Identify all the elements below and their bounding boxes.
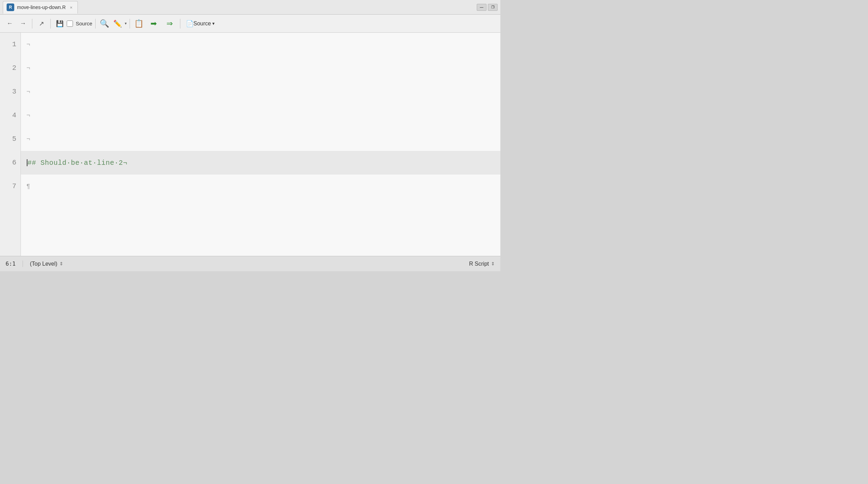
code-line-6: ## Should·be·at·line·2¬ (21, 151, 500, 175)
r-file-icon: R (7, 3, 14, 11)
wand-icon: ✏️ (113, 19, 122, 28)
wand-dropdown-arrow[interactable]: ▾ (125, 21, 127, 26)
save-button[interactable]: 💾 (54, 17, 66, 30)
scope-label: (Top Level) (30, 261, 57, 267)
file-tab[interactable]: R move-lines-up-down.R × (3, 1, 78, 14)
external-link-icon: ↗ (39, 20, 44, 27)
line-6-content: ## Should·be·at·line·2¬ (27, 159, 128, 167)
line-number-6: 6 (0, 151, 21, 175)
code-editor[interactable]: ¬ ¬ ¬ ¬ ¬ ## Should·be·at·line·2¬ ¶ (21, 33, 500, 256)
tab-filename: move-lines-up-down.R (17, 5, 66, 10)
line-5-content: ¬ (26, 136, 30, 143)
code-line-2: ¬ (21, 56, 500, 80)
line-4-content: ¬ (26, 112, 30, 119)
scope-arrow-icon: ⇕ (59, 261, 63, 266)
forward-button[interactable]: → (17, 17, 29, 30)
line-7-content: ¶ (26, 183, 30, 190)
tab-bar-left: R move-lines-up-down.R × (3, 1, 78, 14)
cursor-position: 6:1 (6, 260, 23, 267)
filetype-arrow-icon: ⇕ (491, 261, 495, 266)
line-3-content: ¬ (26, 88, 30, 95)
run-button[interactable]: ➡ (146, 17, 161, 30)
sep-1 (32, 19, 32, 29)
line-numbers-gutter: 1 2 3 4 5 6 7 (0, 33, 21, 256)
tab-bar-right: — ❐ (477, 4, 498, 11)
source-file-icon: 📄 (186, 20, 194, 27)
source-checkbox-text: Source (76, 21, 92, 26)
forward-icon: → (20, 20, 26, 27)
external-link-button[interactable]: ↗ (35, 17, 48, 30)
code-line-4: ¬ (21, 104, 500, 127)
back-icon: ← (7, 20, 13, 27)
line-number-4: 4 (0, 104, 21, 127)
line-number-3: 3 (0, 80, 21, 104)
search-button[interactable]: 🔍 (98, 17, 111, 30)
run-all-button[interactable]: ⇒ (162, 17, 177, 30)
line-number-7: 7 (0, 175, 21, 198)
filetype-selector[interactable]: R Script ⇕ (469, 261, 495, 267)
line-2-content: ¬ (26, 65, 30, 72)
source-button[interactable]: 📄 Source ▾ (183, 18, 218, 29)
source-checkbox[interactable] (67, 21, 73, 27)
line-1-content: ¬ (26, 41, 30, 48)
maximize-button[interactable]: ❐ (488, 4, 498, 11)
wand-button[interactable]: ✏️ (112, 17, 124, 30)
source-checkbox-label[interactable]: Source (67, 21, 92, 27)
source-dropdown-arrow[interactable]: ▾ (212, 21, 215, 26)
minimize-button[interactable]: — (477, 4, 486, 11)
notebook-button[interactable]: 📋 (133, 17, 145, 30)
editor-toolbar: ← → ↗ 💾 Source 🔍 ✏️ ▾ 📋 ➡ ⇒ 📄 Source ▾ (0, 15, 500, 33)
notebook-icon: 📋 (134, 19, 144, 28)
editor-container: 1 2 3 4 5 6 7 ¬ ¬ ¬ ¬ ¬ ## Should·be·at·… (0, 33, 500, 256)
wand-dropdown[interactable]: ✏️ ▾ (112, 17, 127, 30)
line-number-5: 5 (0, 127, 21, 151)
code-line-1: ¬ (21, 33, 500, 56)
sep-3 (95, 19, 96, 29)
run-icon: ➡ (150, 19, 157, 28)
status-bar: 6:1 (Top Level) ⇕ R Script ⇕ (0, 256, 500, 271)
back-button[interactable]: ← (3, 17, 16, 30)
line-number-2: 2 (0, 56, 21, 80)
tab-close-button[interactable]: × (70, 5, 73, 10)
code-line-7: ¶ (21, 175, 500, 198)
run-all-icon: ⇒ (166, 19, 173, 28)
tab-bar: R move-lines-up-down.R × — ❐ (0, 0, 500, 15)
scope-selector[interactable]: (Top Level) ⇕ (23, 261, 469, 267)
line-number-1: 1 (0, 33, 21, 56)
code-line-3: ¬ (21, 80, 500, 104)
save-icon: 💾 (56, 20, 64, 27)
source-label: Source (194, 21, 211, 27)
sep-2 (50, 19, 51, 29)
sep-4 (130, 19, 130, 29)
sep-5 (180, 19, 180, 29)
search-icon: 🔍 (100, 19, 109, 28)
filetype-label: R Script (469, 261, 489, 267)
code-line-5: ¬ (21, 127, 500, 151)
